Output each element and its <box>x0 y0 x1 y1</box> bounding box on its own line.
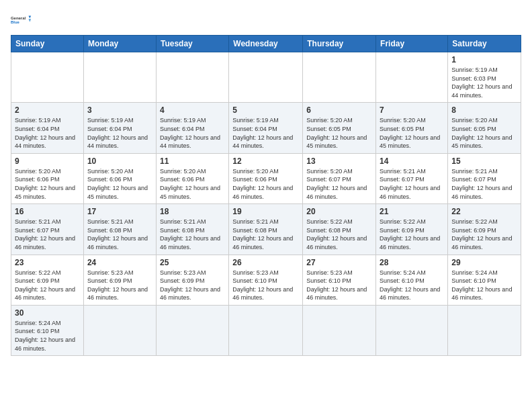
day-info: Sunrise: 5:24 AM Sunset: 6:10 PM Dayligh… <box>15 319 80 353</box>
day-cell <box>303 305 376 355</box>
day-cell <box>229 305 303 355</box>
day-number: 2 <box>15 105 80 115</box>
day-cell: 9Sunrise: 5:20 AM Sunset: 6:06 PM Daylig… <box>11 153 84 203</box>
week-row-2: 2Sunrise: 5:19 AM Sunset: 6:04 PM Daylig… <box>11 103 521 153</box>
col-header-friday: Friday <box>376 36 448 52</box>
svg-text:Blue: Blue <box>11 20 20 24</box>
day-number: 26 <box>232 258 299 267</box>
day-cell: 16Sunrise: 5:21 AM Sunset: 6:07 PM Dayli… <box>11 204 84 255</box>
day-number: 25 <box>160 258 225 267</box>
svg-marker-3 <box>29 19 32 22</box>
calendar-table: SundayMondayTuesdayWednesdayThursdayFrid… <box>11 35 521 356</box>
day-cell: 14Sunrise: 5:21 AM Sunset: 6:07 PM Dayli… <box>376 153 448 203</box>
week-row-1: 1Sunrise: 5:19 AM Sunset: 6:03 PM Daylig… <box>11 52 521 103</box>
day-number: 24 <box>87 258 152 267</box>
day-cell: 3Sunrise: 5:19 AM Sunset: 6:04 PM Daylig… <box>83 103 156 153</box>
day-number: 14 <box>380 156 444 166</box>
day-cell <box>448 305 521 355</box>
day-info: Sunrise: 5:20 AM Sunset: 6:05 PM Dayligh… <box>451 116 517 150</box>
week-row-3: 9Sunrise: 5:20 AM Sunset: 6:06 PM Daylig… <box>11 153 521 203</box>
day-cell <box>376 305 448 355</box>
day-number: 23 <box>15 258 80 267</box>
day-cell <box>156 305 228 355</box>
day-number: 22 <box>451 207 517 216</box>
day-info: Sunrise: 5:21 AM Sunset: 6:07 PM Dayligh… <box>15 218 80 251</box>
day-cell: 11Sunrise: 5:20 AM Sunset: 6:06 PM Dayli… <box>156 153 228 203</box>
page-header: GeneralBlue <box>11 11 521 30</box>
day-info: Sunrise: 5:23 AM Sunset: 6:09 PM Dayligh… <box>160 269 225 302</box>
day-cell <box>303 52 376 103</box>
day-number: 9 <box>15 156 80 166</box>
day-cell: 17Sunrise: 5:21 AM Sunset: 6:08 PM Dayli… <box>83 204 156 255</box>
day-cell: 30Sunrise: 5:24 AM Sunset: 6:10 PM Dayli… <box>11 305 84 355</box>
day-info: Sunrise: 5:24 AM Sunset: 6:10 PM Dayligh… <box>451 269 517 302</box>
day-cell <box>229 52 303 103</box>
day-number: 28 <box>380 258 444 267</box>
day-number: 20 <box>306 207 372 216</box>
day-cell: 18Sunrise: 5:21 AM Sunset: 6:08 PM Dayli… <box>156 204 228 255</box>
day-info: Sunrise: 5:19 AM Sunset: 6:04 PM Dayligh… <box>87 116 152 150</box>
day-cell <box>376 52 448 103</box>
day-number: 8 <box>451 105 517 115</box>
day-number: 29 <box>451 258 517 267</box>
day-info: Sunrise: 5:22 AM Sunset: 6:09 PM Dayligh… <box>380 218 444 251</box>
day-cell: 15Sunrise: 5:21 AM Sunset: 6:07 PM Dayli… <box>448 153 521 203</box>
day-cell: 28Sunrise: 5:24 AM Sunset: 6:10 PM Dayli… <box>376 255 448 305</box>
day-number: 30 <box>15 308 80 318</box>
day-info: Sunrise: 5:19 AM Sunset: 6:04 PM Dayligh… <box>160 116 225 150</box>
day-cell: 24Sunrise: 5:23 AM Sunset: 6:09 PM Dayli… <box>83 255 156 305</box>
day-info: Sunrise: 5:21 AM Sunset: 6:07 PM Dayligh… <box>451 167 517 201</box>
day-number: 12 <box>232 156 299 166</box>
day-info: Sunrise: 5:20 AM Sunset: 6:06 PM Dayligh… <box>87 167 152 201</box>
svg-marker-2 <box>29 16 32 19</box>
week-row-5: 23Sunrise: 5:22 AM Sunset: 6:09 PM Dayli… <box>11 255 521 305</box>
logo: GeneralBlue <box>11 11 32 30</box>
day-number: 1 <box>451 55 517 64</box>
day-number: 7 <box>380 105 444 115</box>
day-info: Sunrise: 5:20 AM Sunset: 6:05 PM Dayligh… <box>306 116 372 150</box>
day-cell: 22Sunrise: 5:22 AM Sunset: 6:09 PM Dayli… <box>448 204 521 255</box>
day-info: Sunrise: 5:21 AM Sunset: 6:07 PM Dayligh… <box>380 167 444 201</box>
day-cell <box>156 52 228 103</box>
day-number: 6 <box>306 105 372 115</box>
day-cell: 8Sunrise: 5:20 AM Sunset: 6:05 PM Daylig… <box>448 103 521 153</box>
day-number: 4 <box>160 105 225 115</box>
day-number: 18 <box>160 207 225 216</box>
day-cell: 21Sunrise: 5:22 AM Sunset: 6:09 PM Dayli… <box>376 204 448 255</box>
day-number: 27 <box>306 258 372 267</box>
day-info: Sunrise: 5:22 AM Sunset: 6:09 PM Dayligh… <box>451 218 517 251</box>
day-number: 17 <box>87 207 152 216</box>
week-row-6: 30Sunrise: 5:24 AM Sunset: 6:10 PM Dayli… <box>11 305 521 355</box>
day-number: 19 <box>232 207 299 216</box>
day-cell: 12Sunrise: 5:20 AM Sunset: 6:06 PM Dayli… <box>229 153 303 203</box>
col-header-thursday: Thursday <box>303 36 376 52</box>
day-number: 13 <box>306 156 372 166</box>
col-header-saturday: Saturday <box>448 36 521 52</box>
day-cell: 20Sunrise: 5:22 AM Sunset: 6:08 PM Dayli… <box>303 204 376 255</box>
day-info: Sunrise: 5:23 AM Sunset: 6:10 PM Dayligh… <box>306 269 372 302</box>
day-number: 10 <box>87 156 152 166</box>
calendar-header-row: SundayMondayTuesdayWednesdayThursdayFrid… <box>11 36 521 52</box>
col-header-monday: Monday <box>83 36 156 52</box>
day-info: Sunrise: 5:20 AM Sunset: 6:07 PM Dayligh… <box>306 167 372 201</box>
day-info: Sunrise: 5:22 AM Sunset: 6:08 PM Dayligh… <box>306 218 372 251</box>
svg-text:General: General <box>11 16 26 20</box>
day-info: Sunrise: 5:24 AM Sunset: 6:10 PM Dayligh… <box>380 269 444 302</box>
day-number: 21 <box>380 207 444 216</box>
day-number: 5 <box>232 105 299 115</box>
day-cell <box>83 305 156 355</box>
logo-icon: GeneralBlue <box>11 11 32 30</box>
day-cell: 1Sunrise: 5:19 AM Sunset: 6:03 PM Daylig… <box>448 52 521 103</box>
week-row-4: 16Sunrise: 5:21 AM Sunset: 6:07 PM Dayli… <box>11 204 521 255</box>
col-header-tuesday: Tuesday <box>156 36 228 52</box>
day-cell: 5Sunrise: 5:19 AM Sunset: 6:04 PM Daylig… <box>229 103 303 153</box>
day-info: Sunrise: 5:21 AM Sunset: 6:08 PM Dayligh… <box>232 218 299 251</box>
day-cell <box>11 52 84 103</box>
day-info: Sunrise: 5:22 AM Sunset: 6:09 PM Dayligh… <box>15 269 80 302</box>
day-info: Sunrise: 5:19 AM Sunset: 6:04 PM Dayligh… <box>232 116 299 150</box>
day-cell: 19Sunrise: 5:21 AM Sunset: 6:08 PM Dayli… <box>229 204 303 255</box>
day-number: 11 <box>160 156 225 166</box>
day-info: Sunrise: 5:23 AM Sunset: 6:09 PM Dayligh… <box>87 269 152 302</box>
day-number: 15 <box>451 156 517 166</box>
day-cell: 7Sunrise: 5:20 AM Sunset: 6:05 PM Daylig… <box>376 103 448 153</box>
